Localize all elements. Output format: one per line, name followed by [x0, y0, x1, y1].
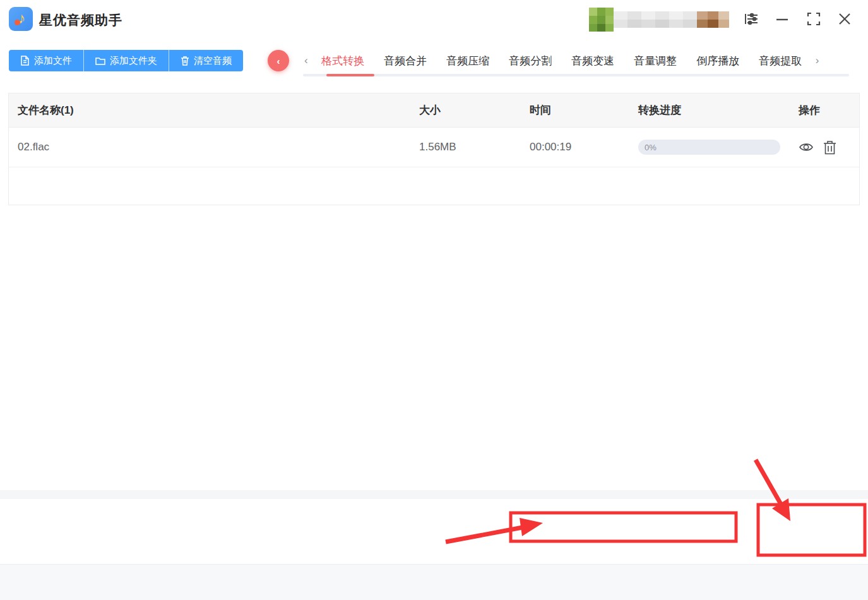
- clear-audio-button[interactable]: 清空音频: [169, 50, 243, 71]
- col-progress: 转换进度: [629, 103, 790, 117]
- progress-bar: 0%: [638, 140, 780, 155]
- tab-audio-extract[interactable]: 音频提取: [759, 54, 802, 68]
- tab-audio-split[interactable]: 音频分割: [509, 54, 552, 68]
- tabs-scroll-right-icon[interactable]: ›: [812, 54, 823, 67]
- maximize-icon[interactable]: [804, 9, 824, 29]
- file-table: 文件名称(1) 大小 时间 转换进度 操作 02.flac 1.56MB 00:…: [8, 93, 860, 205]
- music-note-dot: [15, 20, 20, 25]
- censored-user-avatar-and-name: [589, 6, 729, 32]
- tab-reverse-play[interactable]: 倒序播放: [696, 54, 739, 68]
- trash-icon: [181, 56, 189, 66]
- chevron-left-icon: ‹: [277, 56, 280, 66]
- panel-separator: [0, 490, 868, 499]
- app-title: 星优音频助手: [39, 11, 122, 29]
- user-account-area[interactable]: [589, 6, 729, 32]
- app-logo-icon: ♪: [9, 7, 33, 31]
- add-file-button[interactable]: 添加文件: [9, 50, 84, 71]
- add-folder-label: 添加文件夹: [110, 55, 157, 67]
- close-icon[interactable]: [835, 9, 855, 29]
- settings-bar: 输出格式: mp3 声道: 同源音频 码率: 同源音频 保存目录: C:\Use…: [0, 499, 868, 564]
- collapse-panel-button[interactable]: ‹: [268, 50, 289, 71]
- active-tab-indicator: [326, 74, 374, 76]
- tab-audio-merge[interactable]: 音频合并: [384, 54, 427, 68]
- delete-trash-icon[interactable]: [823, 140, 836, 155]
- col-size: 大小: [410, 103, 521, 117]
- cell-filename: 02.flac: [9, 141, 410, 153]
- preview-eye-icon[interactable]: [799, 140, 814, 155]
- settings-sliders-icon[interactable]: [741, 9, 761, 29]
- folder-icon: [95, 56, 105, 66]
- file-toolbar: 添加文件 添加文件夹 清空音频: [9, 50, 243, 71]
- tab-format-convert[interactable]: 格式转换: [321, 54, 364, 68]
- col-duration: 时间: [521, 103, 629, 117]
- feature-tabbar: ‹ 格式转换 音频合并 音频压缩 音频分割 音频变速 音量调整 倒序播放 音频提…: [300, 50, 823, 71]
- col-actions: 操作: [790, 103, 859, 117]
- tab-underline-track: [303, 74, 849, 76]
- add-folder-button[interactable]: 添加文件夹: [84, 50, 169, 71]
- table-empty-row: [9, 167, 859, 205]
- table-row[interactable]: 02.flac 1.56MB 00:00:19 0%: [9, 128, 859, 167]
- progress-label: 0%: [638, 143, 657, 152]
- cell-size: 1.56MB: [410, 141, 521, 153]
- titlebar: ♪ 星优音频助手: [0, 0, 868, 39]
- tabs-scroll-left-icon[interactable]: ‹: [300, 54, 312, 67]
- cell-duration: 00:00:19: [521, 141, 629, 153]
- tab-volume-adjust[interactable]: 音量调整: [634, 54, 677, 68]
- add-file-label: 添加文件: [34, 55, 72, 67]
- footer: 官网 客服 应用推荐： 视频处理 版本： v2.1.0.0: [0, 564, 868, 600]
- minimize-icon[interactable]: [772, 9, 792, 29]
- clear-audio-label: 清空音频: [194, 55, 232, 67]
- tab-audio-compress[interactable]: 音频压缩: [446, 54, 489, 68]
- document-icon: [20, 56, 30, 66]
- col-filename: 文件名称(1): [9, 103, 410, 117]
- table-header-row: 文件名称(1) 大小 时间 转换进度 操作: [9, 93, 859, 128]
- tab-audio-speed[interactable]: 音频变速: [571, 54, 614, 68]
